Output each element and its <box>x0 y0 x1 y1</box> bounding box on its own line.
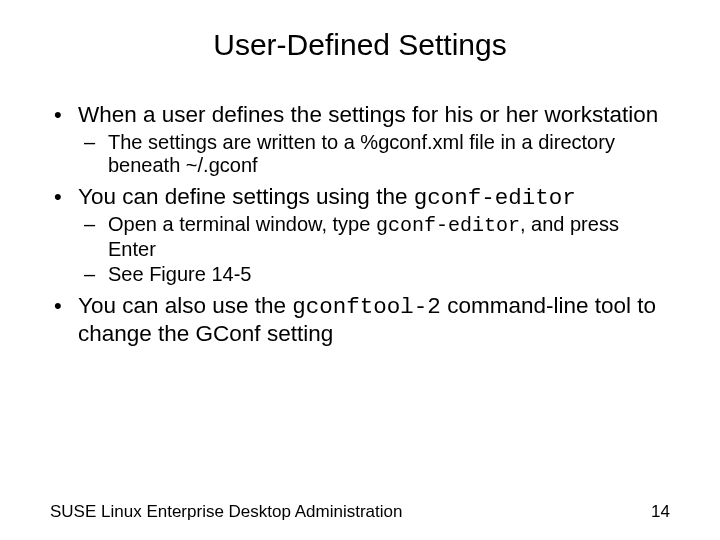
slide: User-Defined Settings When a user define… <box>0 0 720 540</box>
sub-bullet-item: See Figure 14-5 <box>78 263 670 287</box>
code-text: gconf-editor <box>376 214 520 237</box>
code-text: gconf-editor <box>414 185 576 211</box>
footer-text: SUSE Linux Enterprise Desktop Administra… <box>50 502 402 522</box>
sub-bullet-list: Open a terminal window, type gconf-edito… <box>78 213 670 287</box>
slide-content: When a user defines the settings for his… <box>0 72 720 347</box>
page-number: 14 <box>651 502 670 522</box>
sub-bullet-text: The settings are written to a %gconf.xml… <box>108 131 615 177</box>
sub-bullet-item: Open a terminal window, type gconf-edito… <box>78 213 670 261</box>
bullet-item: When a user defines the settings for his… <box>50 102 670 178</box>
bullet-text-pre: You can define settings using the <box>78 184 414 209</box>
sub-bullet-text: See Figure 14-5 <box>108 263 251 285</box>
bullet-list: When a user defines the settings for his… <box>50 102 670 347</box>
slide-title: User-Defined Settings <box>0 0 720 72</box>
bullet-item: You can define settings using the gconf-… <box>50 184 670 287</box>
bullet-text: When a user defines the settings for his… <box>78 102 658 127</box>
sub-bullet-list: The settings are written to a %gconf.xml… <box>78 131 670 178</box>
sub-bullet-text-pre: Open a terminal window, type <box>108 213 376 235</box>
bullet-item: You can also use the gconftool-2 command… <box>50 293 670 347</box>
footer: SUSE Linux Enterprise Desktop Administra… <box>50 502 670 522</box>
bullet-text-pre: You can also use the <box>78 293 292 318</box>
sub-bullet-item: The settings are written to a %gconf.xml… <box>78 131 670 178</box>
code-text: gconftool-2 <box>292 294 441 320</box>
